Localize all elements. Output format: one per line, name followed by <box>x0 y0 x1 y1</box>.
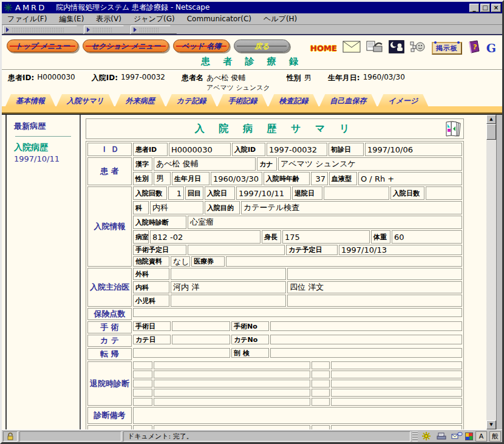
field-value-cell: 175 <box>282 230 370 244</box>
field-label-cell: 入院時年齢 <box>264 172 310 185</box>
tab-2[interactable]: 入院サマリ <box>56 94 114 106</box>
ime-alpha-mode[interactable]: A <box>475 431 487 442</box>
table-row <box>133 407 462 424</box>
componentbar-grip[interactable] <box>412 431 418 442</box>
bed-list-button[interactable]: ベッド 名簿 <box>173 39 230 52</box>
tab-3[interactable]: 外来病歴 <box>115 94 165 106</box>
row-group-label: 退院時診断 <box>87 361 132 406</box>
table-row: 性別男生年月日1960/03/30入院時年齢37血液型O / Rh + <box>133 172 462 185</box>
collapsed-toolbar-handle[interactable] <box>131 26 177 34</box>
menu-item-3[interactable]: 表示(V) <box>96 14 121 24</box>
scrollbar-thumb[interactable] <box>486 124 496 140</box>
ime-general-mode[interactable]: 般 <box>489 431 501 442</box>
empty-cell <box>133 389 152 397</box>
security-lock-icon[interactable] <box>3 431 18 442</box>
composer-icon[interactable] <box>435 431 448 442</box>
sidebar-link-inpatient-history[interactable]: 入院病歴 <box>14 142 80 153</box>
table-row: 手術予定日カテ予定日1997/10/13 <box>133 245 462 255</box>
field-label-cell: 入院回数 <box>133 186 167 200</box>
minimize-button[interactable]: _ <box>469 4 479 12</box>
table-section: 保険点数 <box>87 308 462 320</box>
patient-field-value: あべ松 俊輔 <box>206 73 270 83</box>
help-book-icon[interactable]: ? <box>468 40 481 56</box>
empty-cell <box>133 380 152 388</box>
table-section: 手 術手術日手術No <box>87 321 462 333</box>
menu-item-6[interactable]: ヘルプ(H) <box>264 14 297 24</box>
patient-field-label: 性別 <box>287 73 301 83</box>
fax-icon[interactable] <box>366 40 383 56</box>
section-rows: 患者IDH0000030入院ID1997-00032初診日1997/10/06 <box>133 143 462 156</box>
field-label-cell: 科 <box>133 201 149 214</box>
section-rows: 外科内科河内 洋四位 洋文小児科 <box>133 268 462 307</box>
tab-4[interactable]: カテ記録 <box>166 94 217 106</box>
night-duty-icon[interactable] <box>389 40 404 56</box>
collapsed-toolbar-handle[interactable] <box>84 26 130 34</box>
empty-cell <box>154 361 310 369</box>
scroll-down-button[interactable]: ▼ <box>486 420 496 429</box>
tab-1[interactable]: 基本情報 <box>5 94 55 106</box>
table-section: 転 帰剖 検 <box>87 348 462 360</box>
panel-title-bar: 入 院 病 歴 サ マ リ <box>86 118 464 139</box>
close-button[interactable]: × <box>491 4 501 12</box>
menu-item-5[interactable]: Communicator(C) <box>187 15 251 23</box>
progress-bar <box>19 431 121 442</box>
field-value-cell: 812 -02 <box>150 230 261 244</box>
section-rows <box>133 425 462 429</box>
field-label-cell: 漢字 <box>133 157 152 171</box>
nav-buttons: トップ メニューセクション メニューベッド 名簿戻る <box>7 39 290 52</box>
sidebar-link-date[interactable]: 1997/10/11 <box>14 154 80 163</box>
button-label: トップ メニュー <box>15 42 70 50</box>
empty-cell <box>154 389 310 397</box>
table-row: カテ日カテNo <box>133 335 462 344</box>
bulletin-board-icon[interactable]: 掲示板 <box>432 42 462 55</box>
empty-cell <box>270 348 462 358</box>
empty-cell <box>154 371 310 378</box>
inpatient-summary-table: Ｉ Ｄ患者IDH0000030入院ID1997-00032初診日1997/10/… <box>86 141 464 429</box>
transfer-run-icon[interactable] <box>410 41 426 56</box>
g-logo-icon[interactable]: G <box>486 43 496 54</box>
top-menu-button[interactable]: トップ メニュー <box>7 39 78 52</box>
row-group-label: 診断備考 <box>87 407 132 424</box>
empty-cell <box>133 361 152 369</box>
table-row: 剖 検 <box>133 348 462 358</box>
field-value-cell: H0000030 <box>169 143 231 156</box>
expand-arrow-icon <box>6 27 9 32</box>
empty-cell <box>287 268 462 280</box>
navigator-icon[interactable] <box>420 431 433 442</box>
field-label-cell: 生年月日 <box>172 172 209 185</box>
patient-field-label: 患者ID: <box>8 73 34 83</box>
patient-field-value-block: 1997-00032 <box>121 73 165 81</box>
field-value-cell: 四位 洋文 <box>287 281 462 293</box>
section-menu-button[interactable]: セクション メニュー <box>83 39 169 52</box>
tab-5[interactable]: 手術記録 <box>217 94 267 106</box>
menu-item-4[interactable]: ジャンプ(G) <box>134 14 175 24</box>
empty-cell <box>154 398 310 406</box>
collapsed-toolbar-handle[interactable] <box>3 26 83 34</box>
mail-icon[interactable] <box>342 41 361 55</box>
back-button[interactable]: 戻る <box>234 39 290 52</box>
menu-item-1[interactable]: ファイル(F) <box>7 14 47 24</box>
mailbox-icon[interactable] <box>450 431 463 442</box>
page-title: 患 者 診 療 録 <box>2 56 502 68</box>
scrollbar-track[interactable] <box>486 140 496 420</box>
field-label-cell: 身長 <box>262 230 281 244</box>
empty-cell <box>133 371 152 378</box>
empty-cell <box>270 335 462 344</box>
field-label-cell: 回目 <box>185 186 203 200</box>
sidebar-divider <box>15 136 71 137</box>
menu-item-2[interactable]: 編集(E) <box>59 14 84 24</box>
tab-7[interactable]: 自己血保存 <box>319 94 376 106</box>
scroll-up-button[interactable]: ▲ <box>486 115 496 124</box>
home-icon[interactable]: HOME <box>310 44 337 53</box>
maximize-button[interactable]: □ <box>480 4 490 12</box>
ime-indicator-icon[interactable] <box>465 432 473 440</box>
chart-book-icon[interactable] <box>445 120 461 140</box>
empty-cell <box>331 371 462 378</box>
empty-cell <box>171 295 286 307</box>
field-label-cell: 医療券 <box>191 256 225 267</box>
summary-frame: 入 院 病 歴 サ マ リ <box>81 115 486 429</box>
tab-6[interactable]: 検査記録 <box>268 94 318 106</box>
field-value-cell: 1997/10/06 <box>365 143 462 156</box>
tab-8[interactable]: イメージ <box>378 94 428 106</box>
section-rows <box>133 361 462 406</box>
